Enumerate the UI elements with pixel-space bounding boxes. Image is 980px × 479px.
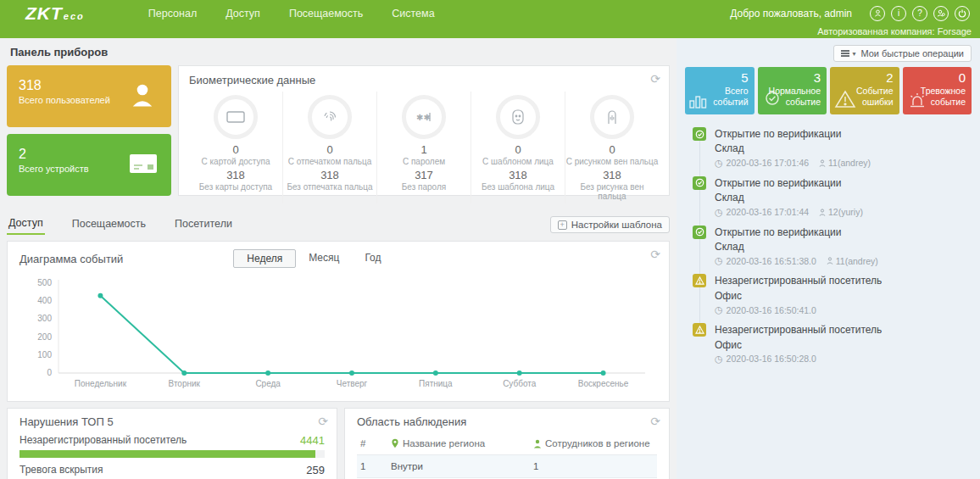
event-location: Склад <box>715 142 871 156</box>
tab-attendance[interactable]: Посещаемость <box>70 215 148 234</box>
events-timeline: Открытие по верификации Склад ◷ 2020-03-… <box>685 127 972 365</box>
authorized-company-text: Авторизованная компания: Forsage <box>0 26 980 38</box>
progress-track <box>19 450 325 458</box>
stat-value: 2 <box>836 70 894 85</box>
with-label: С паролем <box>377 157 471 166</box>
total-events-box[interactable]: 5 Всего событий <box>685 67 754 114</box>
devices-card[interactable]: 2 Всего устройств <box>7 134 171 196</box>
column-header-region-label: Название региона <box>403 438 485 448</box>
plus-box-icon: + <box>558 220 567 230</box>
with-label: С рисунком вен пальца <box>565 157 659 166</box>
region-name: Внутри <box>387 455 530 478</box>
nav-access[interactable]: Доступ <box>211 8 275 19</box>
normal-events-box[interactable]: 3 Нормальное событие <box>758 67 827 114</box>
finger-vein-icon <box>590 95 634 139</box>
event-title: Незарегистрированный посетитель <box>715 274 882 288</box>
range-year-button[interactable]: Год <box>352 249 393 268</box>
access-card-icon <box>214 95 258 139</box>
svg-text:400: 400 <box>37 296 52 305</box>
person-icon <box>127 80 158 114</box>
svg-text:Вторник: Вторник <box>169 379 201 388</box>
info-icon[interactable]: i <box>891 6 906 21</box>
column-header-region: Название региона <box>387 435 530 455</box>
without-label: Без шаблона лица <box>471 182 565 192</box>
range-buttons: Неделя Месяц Год <box>233 249 393 268</box>
check-circle-icon <box>762 88 782 112</box>
svg-text:✱✱: ✱✱ <box>416 113 431 122</box>
table-row[interactable]: 1 Внутри 1 <box>357 455 657 478</box>
quick-operations-button[interactable]: ▾ Мои быстрые операции <box>833 45 972 62</box>
event-person: 11(andrey) <box>828 158 871 168</box>
event-item[interactable]: Незарегистрированный посетитель Офис ◷ 2… <box>685 323 972 365</box>
refresh-icon[interactable]: ⟳ <box>318 415 328 428</box>
event-location: Офис <box>715 338 882 353</box>
event-item[interactable]: Открытие по верификации Склад ◷ 2020-03-… <box>685 127 972 169</box>
event-title: Открытие по верификации <box>715 176 863 191</box>
user-icon[interactable] <box>870 6 885 21</box>
refresh-icon[interactable]: ⟳ <box>650 72 660 86</box>
range-week-button[interactable]: Неделя <box>233 249 296 268</box>
without-label: Без отпечатка пальца <box>283 182 376 192</box>
admin-icon[interactable] <box>933 6 949 21</box>
welcome-text: Добро пожаловать, admin <box>730 8 852 19</box>
svg-text:Суббота: Суббота <box>503 379 537 388</box>
menu-lines-icon <box>841 53 849 54</box>
event-title: Незарегистрированный посетитель <box>715 323 882 337</box>
svg-text:0: 0 <box>47 368 52 377</box>
template-settings-button[interactable]: + Настройки шаблона <box>550 216 670 233</box>
svg-text:100: 100 <box>37 350 52 359</box>
event-time: 2020-03-16 17:01:44 <box>727 207 810 217</box>
clock-icon: ◷ <box>715 255 723 266</box>
nav-system[interactable]: Система <box>377 8 448 19</box>
bio-face-column: 0 С шаблоном лица 318 Без шаблона лица <box>471 92 565 203</box>
nav-personnel[interactable]: Персонал <box>134 8 211 19</box>
region-num: 1 <box>357 455 387 478</box>
event-item[interactable]: Открытие по верификации Склад ◷ 2020-03-… <box>685 226 972 267</box>
refresh-icon[interactable]: ⟳ <box>650 415 660 428</box>
right-sidebar: ▾ Мои быстрые операции 5 Всего событий 3… <box>677 38 980 479</box>
biometrics-panel: Биометрические данные ⟳ 0 С картой досту… <box>178 65 670 196</box>
template-settings-label: Настройки шаблона <box>571 220 662 230</box>
warning-triangle-icon <box>834 90 856 112</box>
violation-row: Незарегистрированный посетитель 4441 <box>19 434 325 458</box>
password-icon: ✱✱ <box>402 95 446 139</box>
with-value: 0 <box>471 143 565 156</box>
violation-value: 4441 <box>300 434 325 447</box>
tab-visitors[interactable]: Посетители <box>173 215 234 234</box>
help-icon[interactable]: ? <box>912 6 927 21</box>
power-icon[interactable] <box>955 6 970 21</box>
device-icon <box>129 153 158 178</box>
with-label: С шаблоном лица <box>471 157 565 166</box>
chevron-down-icon: ▾ <box>852 50 855 58</box>
chart-title: Диаграмма событий <box>19 253 123 265</box>
column-header-count: Сотрудников в регионе <box>530 435 657 455</box>
stat-value: 5 <box>691 70 749 85</box>
main-nav: Персонал Доступ Посещаемость Система <box>134 8 449 19</box>
refresh-icon[interactable]: ⟳ <box>650 248 660 261</box>
person-icon <box>819 209 826 216</box>
event-title: Открытие по верификации <box>715 127 871 142</box>
error-events-box[interactable]: 2 Событие ошибки <box>830 67 899 114</box>
dashboard-app: ZKT eco Персонал Доступ Посещаемость Сис… <box>0 0 980 479</box>
nav-attendance[interactable]: Посещаемость <box>275 8 377 19</box>
with-value: 0 <box>565 143 659 156</box>
face-icon <box>496 95 540 139</box>
tab-access[interactable]: Доступ <box>7 214 45 235</box>
alarm-events-box[interactable]: 0 Тревожное событие <box>903 67 972 114</box>
location-pin-icon <box>391 438 399 448</box>
region-count: 1 <box>530 455 657 478</box>
event-time: 2020-03-16 16:50:41.0 <box>727 305 816 315</box>
with-value: 1 <box>377 143 471 156</box>
range-month-button[interactable]: Месяц <box>296 249 352 268</box>
svg-text:Воскресенье: Воскресенье <box>578 379 629 388</box>
users-card[interactable]: 318 Всего пользователей <box>7 65 171 127</box>
without-label: Без рисунка вен пальца <box>565 182 659 201</box>
logo-sub: eco <box>64 11 85 21</box>
column-header-num: # <box>357 435 387 455</box>
event-item[interactable]: Незарегистрированный посетитель Офис ◷ 2… <box>685 274 972 315</box>
clock-icon: ◷ <box>715 354 723 365</box>
event-item[interactable]: Открытие по верификации Склад ◷ 2020-03-… <box>685 176 972 218</box>
zkteco-logo: ZKT eco <box>25 3 85 24</box>
event-time: 2020-03-16 17:01:46 <box>727 158 810 168</box>
main-area: Панель приборов 318 Всего пользователей … <box>0 38 980 479</box>
